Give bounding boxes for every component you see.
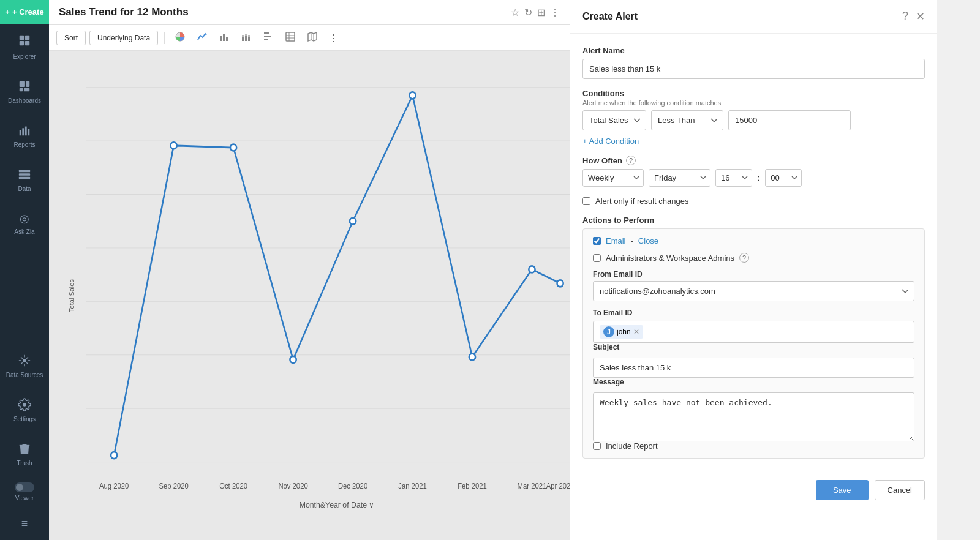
more-chart-options-btn[interactable]: ⋮: [325, 30, 342, 46]
add-condition-link[interactable]: + Add Condition: [582, 137, 925, 146]
sidebar-item-trash[interactable]: Trash: [0, 432, 49, 476]
favorite-icon[interactable]: ☆: [511, 7, 519, 18]
sidebar-item-explorer[interactable]: Explorer: [0, 24, 49, 70]
refresh-icon[interactable]: ↻: [524, 7, 532, 18]
bar-chart-icon-btn[interactable]: [215, 29, 233, 47]
sort-button[interactable]: Sort: [56, 31, 86, 45]
svg-rect-27: [264, 39, 268, 40]
create-label: + Create: [12, 7, 44, 17]
svg-text:Dec 2020: Dec 2020: [338, 482, 368, 490]
remove-email-tag[interactable]: ✕: [633, 328, 639, 336]
svg-text:Nov 2020: Nov 2020: [278, 482, 308, 490]
svg-point-15: [23, 359, 26, 362]
subject-input[interactable]: [593, 358, 914, 378]
sidebar-item-label: Data Sources: [6, 372, 43, 378]
explorer-icon: [18, 34, 31, 50]
svg-point-52: [230, 144, 236, 151]
hour-select[interactable]: 16 00010203 04050607 08091011 12131415 1…: [715, 169, 752, 187]
alert-changes-label: Alert only if result changes: [595, 197, 688, 206]
time-colon: :: [757, 173, 760, 184]
admins-label: Administrators & Workspace Admins: [606, 253, 734, 263]
subject-label: Subject: [593, 343, 914, 351]
svg-rect-28: [286, 32, 295, 41]
y-axis-label: Total Sales: [68, 279, 75, 312]
admins-checkbox[interactable]: [593, 254, 601, 262]
email-label: Email: [606, 236, 626, 246]
message-label: Message: [593, 378, 914, 386]
horizontal-bar-icon-btn[interactable]: [259, 29, 277, 47]
email-checkbox[interactable]: [593, 237, 601, 245]
email-tag-label: john: [617, 328, 631, 336]
svg-rect-13: [19, 173, 30, 176]
sidebar-item-dashboards[interactable]: Dashboards: [0, 70, 49, 114]
svg-rect-12: [19, 170, 30, 173]
create-button[interactable]: + + Create: [0, 0, 49, 24]
alert-panel: Create Alert ? ✕ Alert Name Conditions A…: [570, 0, 937, 540]
svg-rect-25: [264, 32, 269, 34]
day-select[interactable]: Friday Monday Tuesday Wednesday Thursday…: [649, 169, 710, 187]
alert-changes-row: Alert only if result changes: [582, 197, 925, 206]
svg-rect-26: [264, 36, 271, 37]
admins-help-icon[interactable]: ?: [739, 253, 749, 263]
chart-title: Sales Trend for 12 Months: [59, 6, 506, 18]
message-textarea[interactable]: Weekly sales have not been achieved.: [593, 392, 914, 441]
pivot-icon-btn[interactable]: [281, 29, 300, 47]
close-email-link[interactable]: Close: [638, 236, 658, 246]
sidebar-item-label: Dashboards: [8, 97, 41, 104]
from-email-group: From Email ID notifications@zohoanalytic…: [593, 270, 914, 301]
condition-value-input[interactable]: [728, 110, 851, 130]
svg-rect-11: [28, 129, 30, 135]
include-report-label: Include Report: [606, 441, 658, 451]
sidebar-collapse-button[interactable]: ≡: [0, 508, 49, 540]
svg-point-50: [111, 452, 117, 459]
svg-rect-1: [25, 36, 29, 40]
grid-icon[interactable]: ⊞: [537, 7, 545, 18]
stacked-bar-icon-btn[interactable]: [237, 29, 255, 47]
svg-rect-16: [220, 36, 222, 41]
svg-rect-24: [248, 35, 250, 37]
alert-name-input[interactable]: [582, 59, 925, 79]
toolbar-separator: [164, 32, 165, 44]
svg-rect-22: [245, 34, 247, 36]
line-chart-icon-btn[interactable]: [193, 29, 211, 47]
plus-icon: +: [5, 7, 10, 17]
svg-rect-21: [245, 36, 247, 41]
how-often-help-icon[interactable]: ?: [626, 156, 636, 165]
minute-select[interactable]: 00 15 30 45: [765, 169, 802, 187]
svg-point-51: [171, 142, 177, 149]
from-email-label: From Email ID: [593, 270, 914, 279]
viewer-toggle[interactable]: Viewer: [0, 476, 49, 508]
cancel-button[interactable]: Cancel: [875, 480, 925, 500]
sidebar-item-label: Settings: [13, 416, 36, 422]
sidebar-item-reports[interactable]: Reports: [0, 114, 49, 158]
collapse-icon: ≡: [21, 517, 28, 530]
underlying-data-button[interactable]: Underlying Data: [89, 31, 158, 45]
close-panel-icon[interactable]: ✕: [916, 10, 925, 23]
data-sources-icon: [18, 354, 31, 369]
sidebar-item-settings[interactable]: Settings: [0, 388, 49, 432]
frequency-select[interactable]: Weekly Daily Monthly: [582, 169, 644, 187]
map-icon-btn[interactable]: [303, 29, 322, 47]
include-report-checkbox[interactable]: [593, 442, 601, 450]
svg-text:Aug 2020: Aug 2020: [99, 482, 129, 490]
condition-operator-select[interactable]: Less Than Greater Than Equal To Not Equa…: [651, 110, 723, 130]
from-email-select[interactable]: notifications@zohoanalytics.com: [593, 281, 914, 301]
alert-changes-checkbox[interactable]: [582, 197, 590, 205]
help-icon[interactable]: ?: [902, 10, 908, 23]
data-icon: [18, 168, 31, 182]
svg-rect-18: [226, 37, 228, 41]
actions-email-header: Email - Close: [593, 236, 914, 246]
svg-point-53: [290, 356, 296, 363]
condition-field-select[interactable]: Total Sales: [582, 110, 646, 130]
sidebar-item-data-sources[interactable]: Data Sources: [0, 344, 49, 388]
save-button[interactable]: Save: [816, 480, 869, 500]
sidebar-item-ask-zia[interactable]: ◎ Ask Zia: [0, 202, 49, 245]
svg-text:Mar 2021: Mar 2021: [518, 482, 547, 490]
svg-rect-2: [20, 41, 24, 45]
svg-text:Sep 2020: Sep 2020: [159, 482, 189, 490]
more-options-icon[interactable]: ⋮: [550, 7, 560, 18]
to-email-box[interactable]: J john ✕: [593, 321, 914, 343]
sidebar-item-data[interactable]: Data: [0, 158, 49, 202]
pie-chart-icon-btn[interactable]: [171, 29, 189, 47]
svg-point-57: [529, 266, 535, 272]
